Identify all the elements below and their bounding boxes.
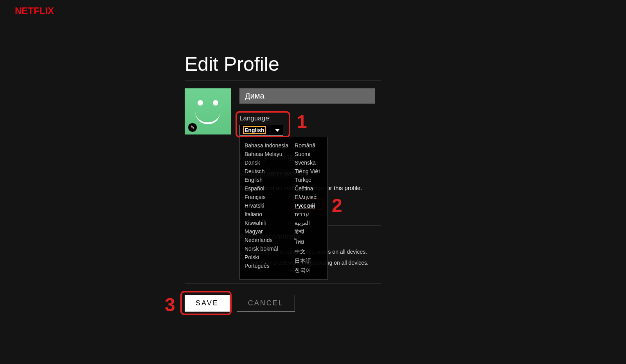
cancel-button[interactable]: CANCEL xyxy=(237,295,295,312)
language-option[interactable]: Nederlands xyxy=(245,236,288,244)
edit-profile-container: Edit Profile ✎ Language: English xyxy=(185,53,381,136)
language-option[interactable]: Italiano xyxy=(245,210,288,219)
language-selected: English xyxy=(243,126,266,134)
page-title: Edit Profile xyxy=(185,53,381,80)
annotation-number-3: 3 xyxy=(165,294,175,316)
language-label: Language: xyxy=(239,115,381,122)
chevron-down-icon xyxy=(275,129,280,132)
language-option[interactable]: Bahasa Indonesia xyxy=(245,141,288,150)
language-option[interactable]: Kiswahili xyxy=(245,219,288,227)
divider xyxy=(185,283,381,284)
netflix-logo[interactable]: NETFLIX xyxy=(15,5,54,16)
language-option[interactable]: Magyar xyxy=(245,227,288,236)
divider xyxy=(185,80,381,81)
language-section: Language: English xyxy=(239,115,381,136)
language-option[interactable]: Tiếng Việt xyxy=(295,167,320,176)
language-option[interactable]: 日本語 xyxy=(295,256,320,266)
language-option[interactable]: Português xyxy=(245,262,288,270)
language-option[interactable]: Română xyxy=(295,141,320,150)
language-option[interactable]: Bahasa Melayu xyxy=(245,150,288,158)
language-option[interactable]: ไทย xyxy=(295,236,320,247)
language-option[interactable]: Ελληνικά xyxy=(295,193,320,201)
button-row: SAVE CANCEL xyxy=(185,295,295,312)
profile-name-input[interactable] xyxy=(239,88,375,104)
language-option[interactable]: हिन्दी xyxy=(295,227,320,236)
language-option[interactable]: English xyxy=(245,176,288,184)
language-option[interactable]: 한국어 xyxy=(295,266,320,275)
language-option[interactable]: Hrvatski xyxy=(245,201,288,210)
language-option[interactable]: עברית xyxy=(295,210,320,219)
avatar[interactable]: ✎ xyxy=(185,88,231,134)
language-option[interactable]: Polski xyxy=(245,253,288,262)
language-option[interactable]: العربية xyxy=(295,219,320,227)
language-option[interactable]: Français xyxy=(245,193,288,201)
language-select[interactable]: English xyxy=(239,125,283,136)
language-option[interactable]: Dansk xyxy=(245,158,288,167)
language-option[interactable]: Türkçe xyxy=(295,176,320,184)
profile-row: ✎ Language: English xyxy=(185,88,381,136)
annotation-number-1: 1 xyxy=(297,111,307,133)
language-option[interactable]: Deutsch xyxy=(245,167,288,176)
language-option[interactable]: Svenska xyxy=(295,158,320,167)
language-option[interactable]: Čeština xyxy=(295,184,320,193)
language-option[interactable]: Suomi xyxy=(295,150,320,158)
pencil-icon[interactable]: ✎ xyxy=(188,123,197,132)
save-button[interactable]: SAVE xyxy=(185,295,230,312)
language-dropdown[interactable]: Bahasa IndonesiaBahasa MelayuDanskDeutsc… xyxy=(239,137,328,280)
language-option[interactable]: 中文 xyxy=(295,247,320,256)
language-option[interactable]: Español xyxy=(245,184,288,193)
language-option[interactable]: Norsk bokmål xyxy=(245,244,288,253)
language-option[interactable]: Русский xyxy=(295,201,320,210)
